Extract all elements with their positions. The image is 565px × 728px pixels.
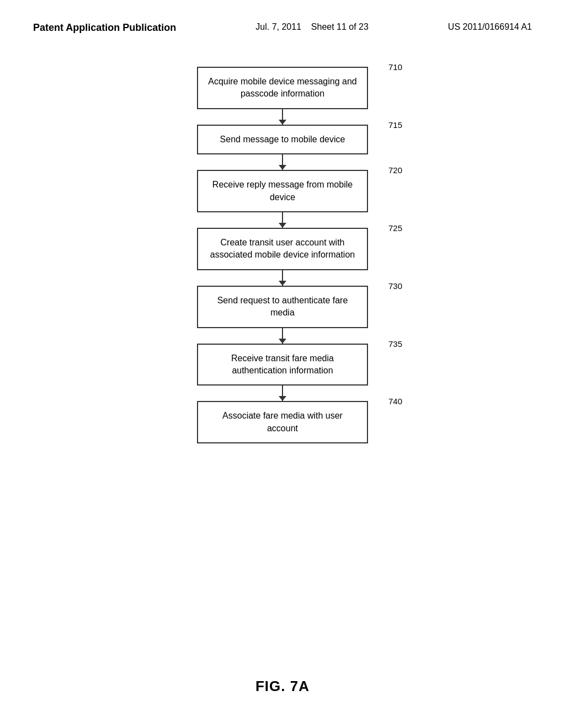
page-header: Patent Application Publication Jul. 7, 2… [0,0,565,34]
step-725-box: Create transit user account with associa… [197,228,368,270]
arrow-5 [282,386,283,401]
arrow-3 [282,270,283,286]
arrow-0 [282,109,283,125]
step-720-wrapper: Receive reply message from mobile device… [197,170,368,212]
arrow-4 [282,328,283,344]
step-730-label: 730 [388,281,402,291]
step-735-wrapper: Receive transit fare media authenticatio… [197,344,368,386]
step-725-wrapper: Create transit user account with associa… [197,228,368,270]
step-740: Associate fare media with user account74… [197,401,368,443]
figure-label: FIG. 7A [255,678,310,695]
step-740-label: 740 [388,397,402,406]
step-740-box: Associate fare media with user account [197,401,368,443]
step-740-wrapper: Associate fare media with user account74… [197,401,368,443]
date: Jul. 7, 2011 [255,22,301,31]
flow-diagram: Acquire mobile device messaging and pass… [0,67,565,443]
sheet: Sheet 11 of 23 [311,22,369,31]
arrow-2 [282,212,283,228]
step-730: Send request to authenticate fare media7… [197,286,368,328]
step-720-label: 720 [388,165,402,175]
step-710-label: 710 [388,62,402,72]
step-735-label: 735 [388,339,402,349]
step-730-wrapper: Send request to authenticate fare media7… [197,286,368,328]
step-715-wrapper: Send message to mobile device715 [197,125,368,154]
date-sheet: Jul. 7, 2011 Sheet 11 of 23 [255,22,369,32]
step-715: Send message to mobile device715 [197,125,368,154]
step-725-label: 725 [388,223,402,233]
step-715-label: 715 [388,120,402,130]
step-725: Create transit user account with associa… [197,228,368,270]
step-710: Acquire mobile device messaging and pass… [197,67,368,109]
step-710-box: Acquire mobile device messaging and pass… [197,67,368,109]
step-720: Receive reply message from mobile device… [197,170,368,212]
step-720-box: Receive reply message from mobile device [197,170,368,212]
step-730-box: Send request to authenticate fare media [197,286,368,328]
step-735-box: Receive transit fare media authenticatio… [197,344,368,386]
patent-number: US 2011/0166914 A1 [448,22,532,32]
step-735: Receive transit fare media authenticatio… [197,344,368,386]
arrow-1 [282,154,283,170]
publication-label: Patent Application Publication [33,22,176,34]
step-715-box: Send message to mobile device [197,125,368,154]
step-710-wrapper: Acquire mobile device messaging and pass… [197,67,368,109]
